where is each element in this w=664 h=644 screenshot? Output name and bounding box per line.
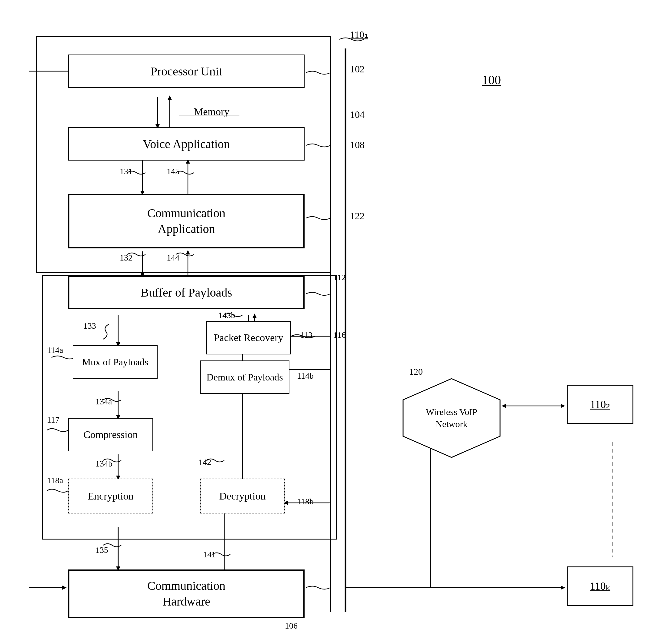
communication-application-box: Communication Application [68, 194, 305, 249]
ref-134a: 134a [96, 397, 112, 407]
svg-text:Wireless VoIP: Wireless VoIP [426, 407, 477, 417]
packet-recovery-label: Packet Recovery [214, 332, 283, 344]
ref-102: 102 [350, 64, 365, 75]
ref-110-k-label: 110ₖ [590, 580, 610, 593]
ref-143b: 143b [218, 310, 235, 320]
encryption-label: Encryption [88, 490, 133, 502]
mux-of-payloads-label: Mux of Payloads [82, 357, 148, 368]
ref-113: 113 [300, 330, 312, 340]
svg-marker-15 [186, 250, 190, 254]
ref-114a: 114a [47, 345, 63, 355]
device-110-2-box: 110₂ [567, 385, 634, 424]
ref-135: 135 [96, 545, 108, 555]
communication-hardware-label: Communication Hardware [147, 578, 226, 609]
decryption-label: Decryption [220, 490, 266, 502]
ref-145: 145 [167, 167, 180, 176]
ref-122: 122 [350, 211, 365, 222]
ref-117: 117 [47, 415, 59, 425]
ref-144: 144 [167, 253, 180, 263]
buffer-of-payloads-label: Buffer of Payloads [141, 285, 232, 300]
ref-100: 100 [482, 73, 501, 87]
processor-unit-box: Processor Unit [68, 55, 305, 88]
compression-label: Compression [83, 429, 138, 441]
ref-114b: 114b [297, 371, 314, 381]
communication-application-label: Communication Application [147, 206, 226, 237]
ref-108: 108 [350, 139, 365, 151]
ref-132: 132 [120, 253, 132, 263]
ref-106: 106 [285, 621, 297, 631]
ref-104: 104 [350, 109, 365, 120]
ref-120: 120 [409, 367, 423, 377]
svg-marker-6 [168, 95, 172, 100]
encryption-box: Encryption [68, 479, 153, 513]
memory-label: Memory [194, 106, 229, 117]
svg-marker-20 [252, 314, 257, 318]
voice-application-label: Voice Application [143, 137, 230, 151]
ref-133: 133 [83, 321, 96, 331]
demux-of-payloads-box: Demux of Payloads [200, 361, 289, 394]
svg-marker-58 [403, 379, 500, 457]
communication-hardware-box: Communication Hardware [68, 570, 305, 618]
ref-141: 141 [203, 550, 216, 559]
svg-text:Network: Network [436, 419, 468, 429]
ref-131: 131 [120, 167, 132, 176]
voice-application-box: Voice Application [68, 127, 305, 160]
ref-110-2-label: 110₂ [590, 398, 610, 411]
ref-134b: 134b [96, 459, 112, 469]
ref-110-1: 110₁ [350, 29, 368, 40]
wireless-voip-network-box: Wireless VoIP Network [400, 375, 503, 460]
svg-marker-39 [561, 585, 565, 590]
ref-118b: 118b [297, 497, 314, 507]
processor-unit-label: Processor Unit [151, 64, 223, 79]
decryption-box: Decryption [200, 479, 285, 513]
demux-of-payloads-label: Demux of Payloads [206, 372, 283, 383]
ref-116: 116 [333, 330, 346, 340]
diagram-arrows [12, 12, 651, 633]
buffer-of-payloads-box: Buffer of Payloads [68, 276, 305, 309]
diagram-container: 110₁ 102 Processor Unit 104 Memory 108 V… [12, 12, 651, 633]
svg-marker-33 [561, 404, 565, 408]
ref-112: 112 [333, 273, 346, 282]
ref-142: 142 [199, 457, 211, 467]
mux-of-payloads-box: Mux of Payloads [73, 345, 158, 379]
packet-recovery-box: Packet Recovery [206, 321, 291, 355]
ref-118a: 118a [47, 476, 63, 485]
device-110-k-box: 110ₖ [567, 566, 634, 606]
svg-marker-28 [62, 585, 67, 590]
compression-box: Compression [68, 418, 153, 451]
